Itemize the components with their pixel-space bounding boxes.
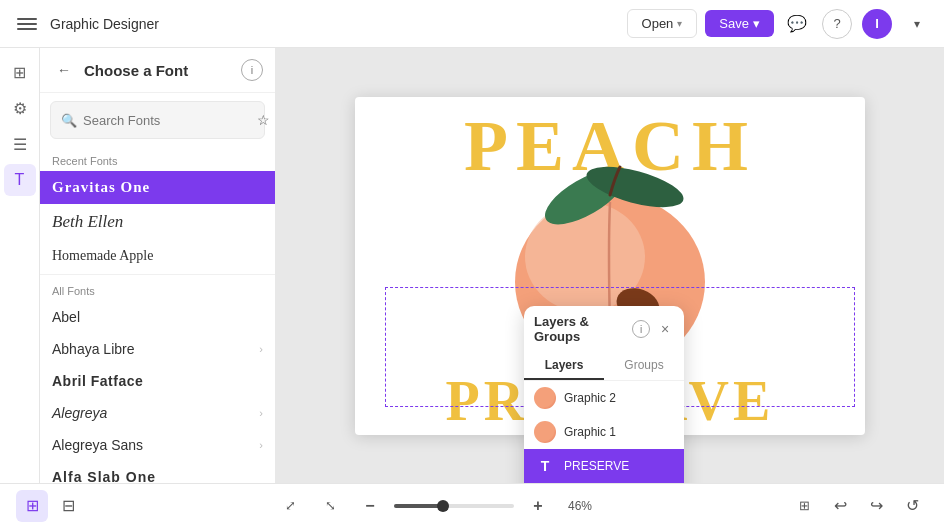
hamburger-icon xyxy=(17,14,37,34)
layers-info-button[interactable]: i xyxy=(632,320,650,338)
all-fonts-label: All Fonts xyxy=(40,277,275,301)
avatar[interactable]: I xyxy=(862,9,892,39)
canvas-area: PEACH xyxy=(276,48,944,483)
comment-button[interactable]: 💬 xyxy=(782,9,812,39)
search-input[interactable] xyxy=(83,113,251,128)
bottom-left-tools: ⊞ ⊟ xyxy=(16,490,84,522)
redo-button[interactable]: ↪ xyxy=(860,490,892,522)
font-item-gravitas[interactable]: Gravitas One xyxy=(40,171,275,204)
zoom-slider: ⤢ ⤡ − + 46% xyxy=(274,490,598,522)
layer-item-preserve[interactable]: T PRESERVE xyxy=(524,449,684,483)
layers-toggle-button[interactable]: ⊞ xyxy=(16,490,48,522)
zoom-out-button[interactable]: − xyxy=(354,490,386,522)
layers-tabs: Layers Groups xyxy=(524,352,684,381)
topbar-center: Open ▾ Save ▾ xyxy=(627,9,774,38)
open-button[interactable]: Open ▾ xyxy=(627,9,698,38)
recent-fonts-label: Recent Fonts xyxy=(40,147,275,171)
font-panel-header: ← Choose a Font i xyxy=(40,48,275,93)
open-chevron-icon: ▾ xyxy=(677,18,682,29)
tab-groups[interactable]: Groups xyxy=(604,352,684,380)
save-button[interactable]: Save ▾ xyxy=(705,10,774,37)
favorites-button[interactable]: ☆ xyxy=(257,108,270,132)
font-item-beth[interactable]: Beth Ellen xyxy=(40,204,275,240)
font-item-alfa[interactable]: Alfa Slab One xyxy=(40,461,275,483)
icon-sidebar: ⊞ ⚙ ☰ T xyxy=(0,48,40,483)
sidebar-home-button[interactable]: ⊞ xyxy=(4,56,36,88)
topbar: Graphic Designer Open ▾ Save ▾ 💬 ? I ▾ xyxy=(0,0,944,48)
resize-button[interactable]: ⤡ xyxy=(314,490,346,522)
zoom-percent: 46% xyxy=(562,499,598,513)
layers-close-button[interactable]: × xyxy=(656,320,674,338)
zoom-fill xyxy=(394,504,440,508)
layers-panel-title: Layers & Groups xyxy=(534,314,626,344)
bottom-toolbar: ⊞ ⊟ ⤢ ⤡ − + 46% ⊞ ↩ ↪ ↺ xyxy=(0,483,944,527)
save-chevron-icon: ▾ xyxy=(753,16,760,31)
help-button[interactable]: ? xyxy=(822,9,852,39)
zoom-track[interactable] xyxy=(394,504,514,508)
sidebar-settings-button[interactable]: ⚙ xyxy=(4,92,36,124)
layer-item-graphic2[interactable]: Graphic 2 xyxy=(524,381,684,415)
font-item-abril[interactable]: Abril Fatface xyxy=(40,365,275,397)
tab-layers[interactable]: Layers xyxy=(524,352,604,380)
fit-button[interactable]: ⤢ xyxy=(274,490,306,522)
font-item-alegreya-sans[interactable]: Alegreya Sans › xyxy=(40,429,275,461)
layer-thumb-graphic1 xyxy=(534,421,556,443)
topbar-left: Graphic Designer xyxy=(12,9,619,39)
zoom-thumb[interactable] xyxy=(437,500,449,512)
app-title: Graphic Designer xyxy=(50,16,159,32)
back-button[interactable]: ← xyxy=(52,58,76,82)
search-icon: 🔍 xyxy=(61,113,77,128)
chevron-right-icon: › xyxy=(259,343,263,355)
search-bar: 🔍 ☆ + xyxy=(50,101,265,139)
font-panel-title: Choose a Font xyxy=(84,62,233,79)
layer-thumb-graphic2 xyxy=(534,387,556,409)
undo-button[interactable]: ↩ xyxy=(824,490,856,522)
layer-item-graphic1[interactable]: Graphic 1 xyxy=(524,415,684,449)
sidebar-layers-button[interactable]: ☰ xyxy=(4,128,36,160)
layer-thumb-preserve: T xyxy=(534,455,556,477)
font-item-alegreya[interactable]: Alegreya › xyxy=(40,397,275,429)
font-scroll: Recent Fonts Gravitas One Beth Ellen Hom… xyxy=(40,147,275,483)
chevron-right-icon: › xyxy=(259,439,263,451)
font-panel: ← Choose a Font i 🔍 ☆ + Recent Fonts Gra… xyxy=(40,48,276,483)
topbar-right: 💬 ? I ▾ xyxy=(782,9,932,39)
grid-toggle-button[interactable]: ⊟ xyxy=(52,490,84,522)
bottom-right-tools: ⊞ ↩ ↪ ↺ xyxy=(788,490,928,522)
reset-button[interactable]: ↺ xyxy=(896,490,928,522)
font-item-abhaya[interactable]: Abhaya Libre › xyxy=(40,333,275,365)
layers-panel: Layers & Groups i × Layers Groups Graphi… xyxy=(524,306,684,483)
hamburger-button[interactable] xyxy=(12,9,42,39)
font-item-abel[interactable]: Abel xyxy=(40,301,275,333)
chevron-right-icon: › xyxy=(259,407,263,419)
expand-button[interactable]: ▾ xyxy=(902,9,932,39)
action1-button[interactable]: ⊞ xyxy=(788,490,820,522)
sidebar-text-button[interactable]: T xyxy=(4,164,36,196)
layers-header: Layers & Groups i × xyxy=(524,306,684,352)
font-item-homemade[interactable]: Homemade Apple xyxy=(40,240,275,272)
info-button[interactable]: i xyxy=(241,59,263,81)
zoom-in-button[interactable]: + xyxy=(522,490,554,522)
main-area: ⊞ ⚙ ☰ T ← Choose a Font i 🔍 ☆ + Recent F… xyxy=(0,48,944,483)
